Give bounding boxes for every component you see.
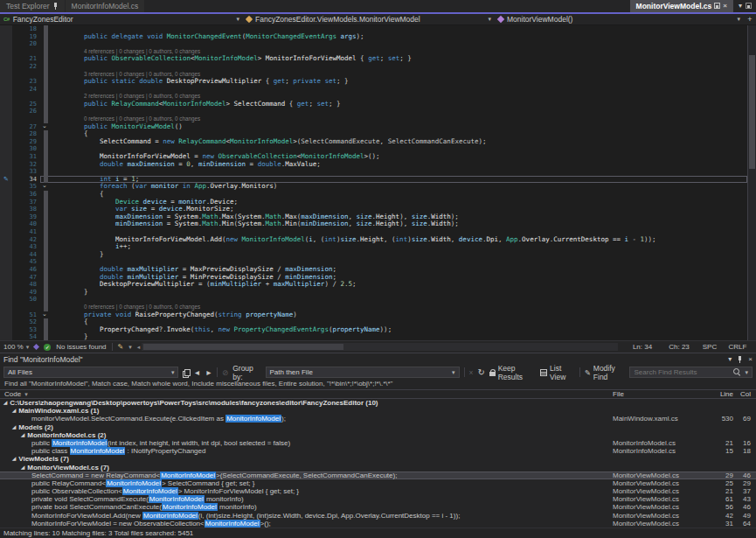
glyph-margin[interactable] — [0, 333, 12, 340]
keep-results-button[interactable]: Keep Results — [489, 364, 536, 381]
split-editor-button[interactable]: + — [744, 15, 756, 24]
result-group-row[interactable]: ◢Models (2) — [0, 423, 756, 431]
folding-gutter[interactable] — [40, 274, 52, 282]
code-line[interactable]: 32double maxDimension = 0, minDimension … — [0, 161, 747, 169]
folding-gutter[interactable] — [40, 191, 52, 199]
folding-gutter[interactable] — [40, 25, 52, 33]
code-line[interactable]: 25public RelayCommand<MonitorInfoModel> … — [0, 101, 747, 108]
breadcrumb-type[interactable]: FancyZonesEditor.ViewModels.MonitorViewM… — [243, 14, 495, 24]
glyph-margin[interactable] — [0, 304, 12, 311]
glyph-margin[interactable] — [0, 274, 12, 282]
window-icon[interactable] — [746, 3, 752, 9]
code-line[interactable]: 22 — [0, 63, 747, 71]
code-cleanup-icon[interactable]: ✎ — [118, 343, 124, 351]
code-text[interactable] — [52, 228, 747, 236]
folding-gutter[interactable] — [40, 48, 52, 56]
code-line[interactable]: 52{ — [0, 318, 747, 326]
glyph-margin[interactable] — [0, 71, 12, 79]
code-text[interactable] — [52, 168, 747, 176]
code-line[interactable]: 49} — [0, 289, 747, 297]
expander-icon[interactable]: ◢ — [21, 431, 24, 439]
code-text[interactable] — [52, 25, 747, 33]
glyph-margin[interactable] — [0, 191, 12, 199]
code-text[interactable]: } — [52, 333, 747, 340]
code-line[interactable]: 20 — [0, 40, 747, 48]
column-header-code[interactable]: Code ▾ — [0, 390, 613, 398]
expander-icon[interactable]: ◢ — [21, 464, 24, 472]
folding-gutter[interactable] — [40, 86, 52, 94]
vertical-scrollbar[interactable] — [747, 25, 756, 340]
folding-gutter[interactable] — [40, 296, 52, 304]
folding-gutter[interactable] — [40, 145, 52, 153]
scope-dropdown[interactable]: All Files ▾ — [3, 367, 178, 378]
code-line[interactable]: 48DesktopPreviewMultiplier = (minMultipl… — [0, 281, 747, 289]
next-result-icon[interactable]: ► — [205, 368, 212, 377]
folding-gutter[interactable] — [40, 243, 52, 251]
chevron-down-icon[interactable]: ▾ — [488, 16, 491, 23]
folding-gutter[interactable] — [40, 168, 52, 176]
code-text[interactable]: public delegate void MonitorChangedEvent… — [52, 33, 747, 41]
folding-gutter[interactable] — [40, 220, 52, 228]
code-text[interactable]: public RelayCommand<MonitorInfoModel> Se… — [52, 101, 747, 108]
result-row[interactable]: SelectCommand = new RelayCommand<Monitor… — [0, 472, 756, 479]
pin-icon[interactable] — [737, 356, 743, 363]
column-header-line[interactable]: Line — [711, 390, 733, 398]
glyph-margin[interactable] — [0, 86, 12, 94]
code-text[interactable]: } — [52, 289, 747, 297]
code-text[interactable]: Device device = monitor.Device; — [52, 199, 747, 206]
glyph-margin[interactable] — [0, 251, 12, 259]
expander-icon[interactable]: ◢ — [12, 423, 16, 431]
code-line[interactable]: 54} — [0, 333, 747, 340]
result-row[interactable]: public MonitorInfoModel(int index, int h… — [0, 439, 756, 447]
glyph-margin[interactable] — [0, 161, 12, 169]
scroll-left-icon[interactable]: ◂ — [137, 344, 141, 351]
indent-indicator[interactable]: SPC — [697, 343, 723, 351]
horizontal-scrollbar-track[interactable] — [142, 343, 618, 351]
folding-gutter[interactable] — [40, 199, 52, 206]
column-header-file[interactable]: File — [613, 390, 711, 398]
save-icon[interactable] — [714, 3, 720, 9]
codelens-text[interactable]: 4 references | 0 changes | 0 authors, 0 … — [52, 48, 747, 56]
result-row[interactable]: MonitorInfoForViewModel.Add(new MonitorI… — [0, 512, 756, 520]
code-text[interactable]: MonitorInfoForViewModel.Add(new MonitorI… — [52, 236, 747, 244]
glyph-margin[interactable] — [0, 25, 12, 33]
result-row[interactable]: public ObservableCollection<MonitorInfoM… — [0, 487, 756, 495]
code-line[interactable]: 39maxDimension = System.Math.Max(System.… — [0, 213, 747, 221]
code-text[interactable]: public ObservableCollection<MonitorInfoM… — [52, 55, 747, 63]
folding-gutter[interactable] — [40, 78, 52, 86]
code-text[interactable] — [52, 108, 747, 115]
folding-gutter[interactable] — [40, 266, 52, 274]
code-line[interactable]: 19public delegate void MonitorChangedEve… — [0, 33, 747, 41]
code-line[interactable]: 31MonitorInfoForViewModel = new Observab… — [0, 153, 747, 161]
tab-monitorinfomodel[interactable]: MonitorInfoModel.cs — [66, 0, 145, 12]
result-row[interactable]: public RelayCommand<MonitorInfoModel> Se… — [0, 479, 756, 487]
glyph-margin[interactable] — [0, 101, 12, 108]
code-text[interactable]: MonitorInfoForViewModel = new Observable… — [52, 153, 747, 161]
folding-gutter[interactable] — [40, 289, 52, 297]
glyph-margin[interactable] — [0, 130, 12, 138]
code-line[interactable]: 29SelectCommand = new RelayCommand<Monit… — [0, 138, 747, 146]
glyph-margin[interactable] — [0, 213, 12, 221]
codelens-text[interactable]: 0 references | 0 changes | 0 authors, 0 … — [52, 304, 747, 311]
code-text[interactable]: private void RaisePropertyChanged(string… — [52, 311, 747, 319]
code-text[interactable] — [52, 145, 747, 153]
code-line[interactable]: 27⌄public MonitorViewModel() — [0, 123, 747, 131]
code-line[interactable]: 47double minMultiplier = MinPreviewDispl… — [0, 274, 747, 282]
code-text[interactable]: maxDimension = System.Math.Max(System.Ma… — [52, 213, 747, 221]
vertical-scrollbar-thumb[interactable] — [749, 55, 755, 169]
glyph-margin[interactable] — [0, 206, 12, 213]
folding-gutter[interactable] — [40, 326, 52, 334]
code-line[interactable]: 51⌄private void RaisePropertyChanged(str… — [0, 311, 747, 319]
glyph-margin[interactable] — [0, 199, 12, 206]
glyph-margin[interactable] — [0, 281, 12, 289]
code-line[interactable]: 36{ — [0, 191, 747, 199]
glyph-margin[interactable] — [0, 138, 12, 146]
refresh-icon[interactable]: ↻ — [477, 367, 484, 377]
edit-pen-icon[interactable]: ✎ — [0, 176, 12, 184]
folding-gutter[interactable] — [40, 138, 52, 146]
code-text[interactable]: PropertyChanged?.Invoke(this, new Proper… — [52, 326, 747, 334]
code-line[interactable]: 50 — [0, 296, 747, 304]
code-line[interactable]: 43i++; — [0, 243, 747, 251]
tab-monitorviewmodel-active[interactable]: MonitorViewModel.cs × — [630, 0, 733, 12]
horizontal-scrollbar[interactable]: ◂ — [137, 343, 618, 351]
